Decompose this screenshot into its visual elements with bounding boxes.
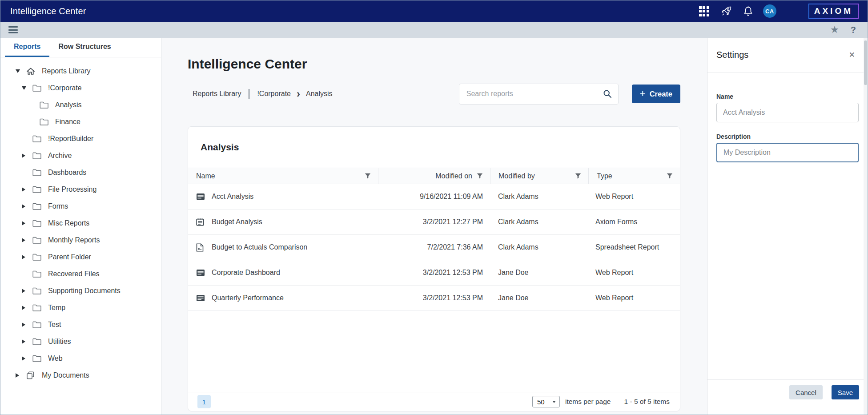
tree-node-icon — [32, 254, 43, 261]
column-header-label: Modified on — [435, 172, 472, 180]
tree-item[interactable]: Temp — [0, 299, 161, 316]
breadcrumb-item[interactable]: !Corporate — [257, 90, 291, 98]
tree-item[interactable]: Dashboards — [0, 164, 161, 181]
expand-arrow-icon[interactable] — [22, 255, 30, 259]
tree-node-icon — [40, 118, 50, 125]
user-avatar[interactable]: CA — [763, 4, 776, 18]
tree-item[interactable]: Reports Library — [0, 63, 161, 80]
tree-node-icon — [40, 101, 50, 109]
filter-icon[interactable] — [667, 173, 673, 179]
tree-item[interactable]: !ReportBuilder — [0, 130, 161, 147]
expand-arrow-icon[interactable] — [22, 289, 30, 293]
column-header[interactable]: Modified on — [378, 168, 490, 184]
tree-item[interactable]: Supporting Documents — [0, 282, 161, 299]
name-field[interactable] — [716, 103, 859, 122]
expand-arrow-icon[interactable] — [22, 356, 30, 361]
report-name[interactable]: Quarterly Performance — [212, 294, 284, 302]
settings-form: Name Description — [707, 73, 868, 379]
report-name[interactable]: Budget to Actuals Comparison — [212, 243, 307, 251]
page-1-button[interactable]: 1 — [197, 395, 211, 408]
search-input[interactable] — [466, 90, 603, 98]
page-size-select[interactable]: 50 — [532, 396, 560, 407]
expand-arrow-icon[interactable] — [22, 322, 30, 327]
bell-icon[interactable] — [743, 6, 753, 16]
expand-arrow-icon[interactable] — [22, 86, 30, 90]
filter-icon[interactable] — [575, 173, 581, 179]
page-size-value: 50 — [537, 398, 545, 406]
scrollbar-track[interactable] — [864, 38, 868, 415]
report-name[interactable]: Budget Analysis — [212, 218, 262, 226]
tree-node-icon — [32, 355, 43, 362]
sidebar-tab[interactable]: Row Structures — [49, 38, 120, 57]
tree-item[interactable]: Recovered Files — [0, 266, 161, 282]
top-header-bar: Intelligence Center CA A — [0, 0, 868, 22]
tree-item-label: !Corporate — [48, 84, 82, 92]
table-row[interactable]: Budget Analysis 3/2/2021 12:27 PM Clark … — [188, 210, 680, 235]
rocket-icon[interactable] — [721, 5, 732, 17]
report-type-icon — [196, 294, 205, 302]
tree-item-label: My Documents — [42, 371, 89, 379]
scrollbar-thumb[interactable] — [864, 40, 867, 85]
cell-modified-by: Jane Doe — [490, 286, 588, 310]
description-field[interactable] — [716, 143, 859, 162]
breadcrumb-item[interactable]: Analysis — [306, 90, 333, 98]
tree-item[interactable]: Parent Folder — [0, 249, 161, 266]
cancel-button[interactable]: Cancel — [789, 385, 823, 399]
tree-item[interactable]: Forms — [0, 198, 161, 215]
tree-item[interactable]: !Corporate — [0, 80, 161, 97]
report-name[interactable]: Corporate Dashboard — [212, 269, 280, 277]
help-icon[interactable]: ? — [851, 25, 856, 35]
search-icon[interactable] — [603, 89, 612, 98]
apps-grid-icon[interactable] — [699, 6, 709, 16]
save-button[interactable]: Save — [832, 385, 859, 399]
tree-item[interactable]: File Processing — [0, 181, 161, 198]
column-header-label: Modified by — [498, 172, 535, 180]
hamburger-menu-icon[interactable] — [8, 26, 18, 33]
report-name[interactable]: Acct Analysis — [212, 193, 253, 201]
tree-node-icon — [32, 203, 43, 210]
breadcrumb-item[interactable]: Reports Library — [193, 90, 241, 98]
tree-node-icon — [32, 321, 43, 328]
tree-node-icon — [26, 371, 37, 379]
tree-item[interactable]: Archive — [0, 147, 161, 164]
tree-item[interactable]: Web — [0, 350, 161, 367]
expand-arrow-icon[interactable] — [22, 153, 30, 158]
tree-item[interactable]: Utilities — [0, 333, 161, 350]
column-header[interactable]: Type — [588, 168, 680, 184]
tree-item[interactable]: Test — [0, 316, 161, 333]
cell-modified-by: Clark Adams — [490, 184, 588, 209]
favorite-star-icon[interactable]: ★ — [830, 25, 839, 35]
expand-arrow-icon[interactable] — [16, 373, 24, 378]
expand-arrow-icon[interactable] — [16, 69, 24, 73]
tree-item[interactable]: Misc Reports — [0, 215, 161, 232]
filter-icon[interactable] — [477, 173, 483, 179]
settings-footer: Cancel Save — [707, 379, 868, 415]
tree-item[interactable]: Finance — [0, 113, 161, 130]
search-box — [459, 84, 619, 105]
column-header[interactable]: Name — [188, 168, 378, 184]
filter-icon[interactable] — [365, 173, 371, 179]
tree-node-icon — [32, 220, 43, 227]
column-header[interactable]: Modified by — [490, 168, 588, 184]
table-row[interactable]: Acct Analysis 9/16/2021 11:09 AM Clark A… — [188, 184, 680, 210]
expand-arrow-icon[interactable] — [22, 238, 30, 242]
create-button[interactable]: + Create — [632, 85, 680, 103]
create-button-label: Create — [650, 90, 672, 98]
sidebar-tab[interactable]: Reports — [5, 38, 49, 57]
close-icon[interactable]: ✕ — [849, 51, 855, 59]
expand-arrow-icon[interactable] — [22, 306, 30, 310]
table-row[interactable]: Quarterly Performance 3/2/2021 12:53 PM … — [188, 286, 680, 311]
tree-item[interactable]: Monthly Reports — [0, 232, 161, 249]
table-row[interactable]: Budget to Actuals Comparison 7/2/2021 7:… — [188, 235, 680, 260]
cell-name: Budget to Actuals Comparison — [188, 235, 378, 260]
tree-item[interactable]: My Documents — [0, 367, 161, 384]
expand-arrow-icon[interactable] — [22, 187, 30, 192]
chevron-down-icon — [552, 401, 556, 403]
table-row[interactable]: Corporate Dashboard 3/2/2021 12:53 PM Ja… — [188, 260, 680, 286]
pagination-right: 50 items per page 1 - 5 of 5 items — [532, 396, 670, 407]
expand-arrow-icon[interactable] — [22, 221, 30, 226]
tree-node-icon — [32, 152, 43, 159]
tree-item[interactable]: Analysis — [0, 97, 161, 113]
expand-arrow-icon[interactable] — [22, 204, 30, 209]
expand-arrow-icon[interactable] — [22, 339, 30, 344]
